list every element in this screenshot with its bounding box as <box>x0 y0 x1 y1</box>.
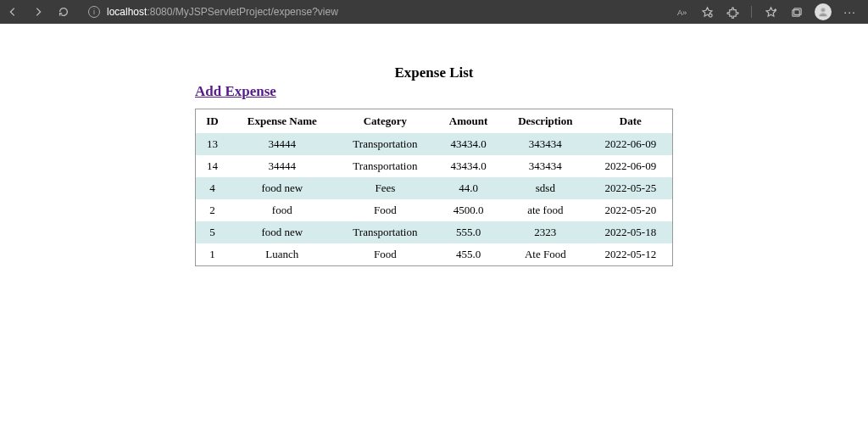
collections-icon[interactable] <box>789 5 803 19</box>
favorites-icon[interactable] <box>764 5 777 19</box>
cell-description: 2323 <box>502 221 589 243</box>
page-body: Expense List Add Expense ID Expense Name… <box>0 24 868 266</box>
cell-category: Food <box>335 199 435 221</box>
nav-controls <box>7 6 70 18</box>
cell-amount: 555.0 <box>435 221 502 243</box>
cell-name: food <box>229 199 335 221</box>
col-description: Description <box>502 109 589 134</box>
col-id: ID <box>196 109 230 134</box>
back-button[interactable] <box>7 6 19 18</box>
url-text: localhost:8080/MyJSPServletProject/expen… <box>107 6 338 18</box>
url-path: :8080/MyJSPServletProject/expense?view <box>147 6 337 18</box>
cell-category: Transportation <box>335 221 435 243</box>
star-settings-icon[interactable] <box>700 5 714 19</box>
cell-id: 5 <box>196 221 230 243</box>
table-row: 1LuanchFood455.0Ate Food2022-05-12 <box>196 243 673 266</box>
col-name: Expense Name <box>229 109 335 134</box>
content-wrap: Expense List Add Expense ID Expense Name… <box>195 64 673 266</box>
cell-description: 343434 <box>502 133 589 155</box>
refresh-button[interactable] <box>58 6 70 18</box>
more-menu-icon[interactable]: ··· <box>843 5 856 19</box>
cell-amount: 455.0 <box>435 243 502 266</box>
cell-name: food new <box>229 221 335 243</box>
cell-amount: 43434.0 <box>435 155 502 177</box>
table-row: 2foodFood4500.0ate food2022-05-20 <box>196 199 673 221</box>
page-title: Expense List <box>195 64 673 81</box>
cell-category: Transportation <box>335 155 435 177</box>
cell-date: 2022-05-20 <box>589 199 673 221</box>
toolbar-right: A» ··· <box>675 3 861 20</box>
table-header: ID Expense Name Category Amount Descript… <box>196 109 673 134</box>
expense-table: ID Expense Name Category Amount Descript… <box>195 109 673 266</box>
cell-name: Luanch <box>229 243 335 266</box>
cell-category: Transportation <box>335 133 435 155</box>
svg-point-1 <box>709 14 712 17</box>
cell-name: 34444 <box>229 155 335 177</box>
cell-name: food new <box>229 177 335 199</box>
table-row: 1434444Transportation43434.03434342022-0… <box>196 155 673 177</box>
cell-amount: 4500.0 <box>435 199 502 221</box>
cell-id: 14 <box>196 155 230 177</box>
cell-id: 2 <box>196 199 230 221</box>
cell-description: Ate Food <box>502 243 589 266</box>
toolbar-divider <box>751 6 752 18</box>
cell-category: Fees <box>335 177 435 199</box>
cell-date: 2022-05-18 <box>589 221 673 243</box>
cell-category: Food <box>335 243 435 266</box>
table-row: 4food newFees44.0sdsd2022-05-25 <box>196 177 673 199</box>
cell-date: 2022-05-12 <box>589 243 673 266</box>
cell-name: 34444 <box>229 133 335 155</box>
forward-button[interactable] <box>32 6 44 18</box>
browser-toolbar: i localhost:8080/MyJSPServletProject/exp… <box>0 0 868 24</box>
cell-description: 343434 <box>502 155 589 177</box>
cell-id: 13 <box>196 133 230 155</box>
address-bar[interactable]: i localhost:8080/MyJSPServletProject/exp… <box>78 6 666 18</box>
col-amount: Amount <box>435 109 502 134</box>
table-row: 1334444Transportation43434.03434342022-0… <box>196 133 673 155</box>
extension-icon[interactable] <box>726 5 739 19</box>
profile-avatar[interactable] <box>815 3 832 20</box>
col-date: Date <box>589 109 673 134</box>
cell-amount: 44.0 <box>435 177 502 199</box>
col-category: Category <box>335 109 435 134</box>
svg-text:A»: A» <box>677 8 687 17</box>
cell-amount: 43434.0 <box>435 133 502 155</box>
site-info-icon[interactable]: i <box>88 6 100 18</box>
table-body: 1334444Transportation43434.03434342022-0… <box>196 133 673 266</box>
table-row: 5food newTransportation555.023232022-05-… <box>196 221 673 243</box>
svg-point-4 <box>821 8 825 12</box>
cell-date: 2022-05-25 <box>589 177 673 199</box>
cell-id: 4 <box>196 177 230 199</box>
cell-description: sdsd <box>502 177 589 199</box>
cell-date: 2022-06-09 <box>589 155 673 177</box>
read-aloud-icon[interactable]: A» <box>675 5 688 19</box>
cell-description: ate food <box>502 199 589 221</box>
cell-date: 2022-06-09 <box>589 133 673 155</box>
url-host: localhost <box>107 6 147 18</box>
cell-id: 1 <box>196 243 230 266</box>
add-expense-link[interactable]: Add Expense <box>195 83 276 100</box>
